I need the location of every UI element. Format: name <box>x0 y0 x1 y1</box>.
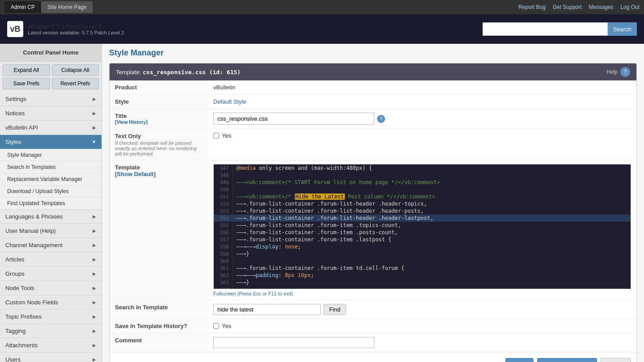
arrow-icon: ▶ <box>93 214 96 219</box>
code-lines: 347 @media only screen and (max-width:48… <box>214 164 631 289</box>
sidebar-item-find-updated[interactable]: Find Updated Templates <box>0 198 102 210</box>
view-history-link[interactable]: [View History] <box>115 119 203 125</box>
latest-version: Latest version available: 5.7.5 Patch Le… <box>28 30 124 35</box>
comment-input[interactable] <box>213 337 374 348</box>
save-prefs-button[interactable]: Save Prefs <box>3 78 50 89</box>
code-line: 363 ——→} <box>214 279 631 286</box>
text-only-checkbox[interactable] <box>213 133 219 139</box>
arrow-icon: ▶ <box>93 286 96 290</box>
sidebar-item-groups[interactable]: Groups ▶ <box>0 267 102 281</box>
sidebar-item-articles[interactable]: Articles ▶ <box>0 253 102 267</box>
header-search-button[interactable]: Search <box>608 22 637 36</box>
text-only-note: If checked, template will be passed exac… <box>115 140 203 156</box>
save-history-checkbox[interactable] <box>213 323 219 329</box>
comment-cell <box>208 333 636 352</box>
code-editor[interactable]: 347 @media only screen and (max-width:48… <box>213 164 631 289</box>
arrow-icon: ▶ <box>93 328 96 333</box>
style-row: Style Default Style <box>110 95 636 109</box>
sidebar-item-download-upload[interactable]: Download / Upload Styles <box>0 185 102 198</box>
text-only-yes-label: Yes <box>222 132 231 139</box>
code-line: 358 ——→——→display: none; <box>214 243 631 250</box>
code-line: 355 ——→.forum-list-container .forum-item… <box>214 222 631 229</box>
search-template-label: Search in Template <box>110 300 208 319</box>
messages-link[interactable]: Messages <box>589 4 614 10</box>
template-box: Template: css_responsive.css (id: 615) H… <box>109 63 637 362</box>
arrow-icon: ▶ <box>93 314 96 319</box>
revert-prefs-button[interactable]: Revert Prefs <box>52 78 99 89</box>
sidebar-item-channel-mgmt[interactable]: Channel Management ▶ <box>0 238 102 253</box>
sidebar-top-btns: Expand All Collapse All Save Prefs Rever… <box>0 62 102 92</box>
reset-button[interactable]: Reset <box>601 358 631 362</box>
sidebar-item-style-manager[interactable]: Style Manager <box>0 149 102 161</box>
save-button[interactable]: Save <box>505 358 534 362</box>
expand-all-button[interactable]: Expand All <box>3 64 50 76</box>
template-label-cell: Template [Show Default] <box>110 160 208 300</box>
logout-link[interactable]: Log Out <box>620 4 640 10</box>
code-line: 351 ——→<vb:comment>/* Hide the Latest Po… <box>214 193 631 200</box>
sidebar-item-vbulletin-api[interactable]: vBulletin API ▶ <box>0 121 102 135</box>
actions-row: Save Save and Reload Reset <box>110 352 636 362</box>
arrow-icon: ▼ <box>92 139 96 144</box>
style-value-cell: Default Style <box>208 95 636 109</box>
text-only-row: Text Only If checked, template will be p… <box>110 129 636 160</box>
collapse-all-button[interactable]: Collapse All <box>52 64 99 76</box>
sidebar-item-attachments[interactable]: Attachments ▶ <box>0 338 102 353</box>
code-line: 354 ——→.forum-list-container .forum-list… <box>214 215 631 222</box>
sidebar-item-styles[interactable]: Styles ▼ <box>0 135 102 149</box>
top-nav-links: Report Bug Get Support Messages Log Out <box>518 4 640 10</box>
arrow-icon: ▶ <box>93 228 96 233</box>
default-style-link[interactable]: Default Style <box>213 98 246 105</box>
show-default-link[interactable]: [Show Default] <box>115 171 156 177</box>
product-label: Product <box>110 80 208 95</box>
code-line: 347 @media only screen and (max-width:48… <box>214 164 631 172</box>
tab-site-home[interactable]: Site Home Page <box>41 1 93 13</box>
sidebar-item-notices[interactable]: Notices ▶ <box>0 106 102 121</box>
search-template-wrap: Find <box>213 304 631 315</box>
code-line: 356 ——→.forum-list-container .forum-item… <box>214 229 631 236</box>
search-template-cell: Find <box>208 300 636 319</box>
product-value: vBulletin <box>208 80 636 95</box>
sidebar-item-users[interactable]: Users ▶ <box>0 353 102 362</box>
sidebar-item-user-manual[interactable]: User Manual (Help) ▶ <box>0 224 102 238</box>
sidebar-item-settings[interactable]: Settings ▶ <box>0 92 102 106</box>
code-line: 359 ——→} <box>214 250 631 257</box>
fullscreen-link[interactable]: Fullscreen (Press Esc or F11 to exit) <box>213 291 631 296</box>
code-line: 352 ——→.forum-list-container .forum-list… <box>214 200 631 207</box>
save-reload-button[interactable]: Save and Reload <box>537 358 597 362</box>
product-row: Product vBulletin <box>110 80 636 95</box>
find-button[interactable]: Find <box>323 304 346 315</box>
save-history-cell: Yes <box>208 319 636 333</box>
sidebar-item-tagging[interactable]: Tagging ▶ <box>0 324 102 338</box>
top-nav: Admin CP Site Home Page Report Bug Get S… <box>0 0 644 14</box>
sidebar-item-node-tools[interactable]: Node Tools ▶ <box>0 281 102 295</box>
arrow-icon: ▶ <box>93 257 96 262</box>
arrow-icon: ▶ <box>93 271 96 276</box>
title-help-icon[interactable]: ? <box>377 115 385 123</box>
version-label: vBulletin 5.7.5 Patch Level 2 <box>28 23 124 30</box>
code-line: 349 ——→<vb:comment>/* START Forum list o… <box>214 179 631 186</box>
sidebar-item-custom-node-fields[interactable]: Custom Node Fields ▶ <box>0 295 102 310</box>
arrow-icon: ▶ <box>93 357 96 362</box>
template-row: Template [Show Default] 347 @media only … <box>110 160 636 300</box>
report-bug-link[interactable]: Report Bug <box>518 4 546 10</box>
save-history-label: Save in Template History? <box>110 319 208 333</box>
arrow-icon: ▶ <box>93 125 96 130</box>
code-area-wrap: 347 @media only screen and (max-width:48… <box>213 164 631 296</box>
sidebar-item-languages[interactable]: Languages & Phrases ▶ <box>0 210 102 224</box>
text-only-label-cell: Text Only If checked, template will be p… <box>110 129 208 160</box>
sidebar-item-topic-prefixes[interactable]: Topic Prefixes ▶ <box>0 310 102 324</box>
arrow-icon: ▶ <box>93 300 96 305</box>
tab-admin-cp[interactable]: Admin CP <box>4 1 41 13</box>
header-search-input[interactable] <box>483 22 608 36</box>
code-line: 360 <box>214 257 631 265</box>
style-label: Style <box>110 95 208 109</box>
get-support-link[interactable]: Get Support <box>553 4 582 10</box>
control-panel-home-link[interactable]: Control Panel Home <box>3 46 99 59</box>
sidebar-item-search-templates[interactable]: Search in Templates <box>0 161 102 173</box>
help-button[interactable]: ? <box>620 67 630 77</box>
title-input[interactable] <box>213 113 374 125</box>
page-title: Style Manager <box>109 48 637 58</box>
sidebar-item-replacement-var[interactable]: Replacement Variable Manager <box>0 173 102 185</box>
comment-label: Comment <box>110 333 208 352</box>
search-template-input[interactable] <box>213 304 321 315</box>
